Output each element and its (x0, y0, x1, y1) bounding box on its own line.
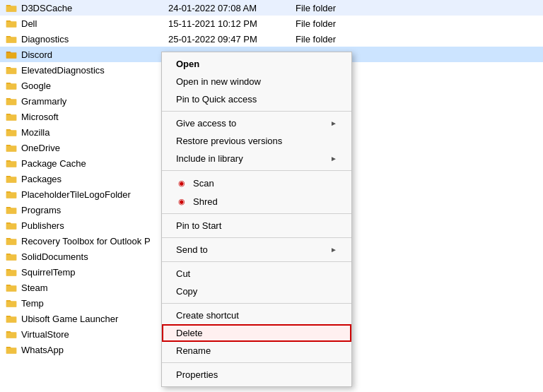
submenu-arrow-icon: ► (330, 119, 337, 127)
context-menu: Open Open in new window Pin to Quick acc… (161, 52, 352, 387)
menu-item-include-library[interactable]: Include in library ► (162, 150, 351, 167)
submenu-arrow-icon: ► (330, 155, 337, 162)
menu-separator (162, 303, 351, 304)
mcafee-shred-icon: ◉ (176, 196, 187, 207)
menu-item-rename[interactable]: Rename (162, 342, 351, 360)
submenu-arrow-icon: ► (330, 246, 337, 254)
menu-item-copy[interactable]: Copy (162, 283, 351, 300)
menu-item-send-to[interactable]: Send to ► (162, 241, 351, 259)
menu-item-restore-versions[interactable]: Restore previous versions (162, 132, 351, 150)
menu-item-scan[interactable]: ◉ Scan (162, 174, 351, 192)
menu-item-open-new-window[interactable]: Open in new window (162, 73, 351, 90)
mcafee-scan-icon: ◉ (176, 177, 187, 189)
menu-item-properties[interactable]: Properties (162, 366, 351, 384)
file-row[interactable]: Dell 15-11-2021 10:12 PM File folder (0, 16, 543, 31)
menu-item-pin-start[interactable]: Pin to Start (162, 217, 351, 234)
menu-item-open[interactable]: Open (162, 55, 351, 73)
menu-separator (162, 261, 351, 262)
menu-item-create-shortcut[interactable]: Create shortcut (162, 307, 351, 324)
menu-separator (162, 170, 351, 171)
file-row[interactable]: D3DSCache 24-01-2022 07:08 AM File folde… (0, 0, 543, 16)
menu-separator (162, 111, 351, 112)
menu-item-give-access[interactable]: Give access to ► (162, 114, 351, 132)
menu-item-delete[interactable]: Delete (162, 324, 351, 342)
menu-item-shred[interactable]: ◉ Shred (162, 192, 351, 210)
menu-item-pin-quick-access[interactable]: Pin to Quick access (162, 90, 351, 108)
menu-separator (162, 237, 351, 238)
menu-item-cut[interactable]: Cut (162, 265, 351, 283)
file-row[interactable]: Diagnostics 25-01-2022 09:47 PM File fol… (0, 31, 543, 47)
menu-separator (162, 362, 351, 363)
menu-separator (162, 213, 351, 214)
